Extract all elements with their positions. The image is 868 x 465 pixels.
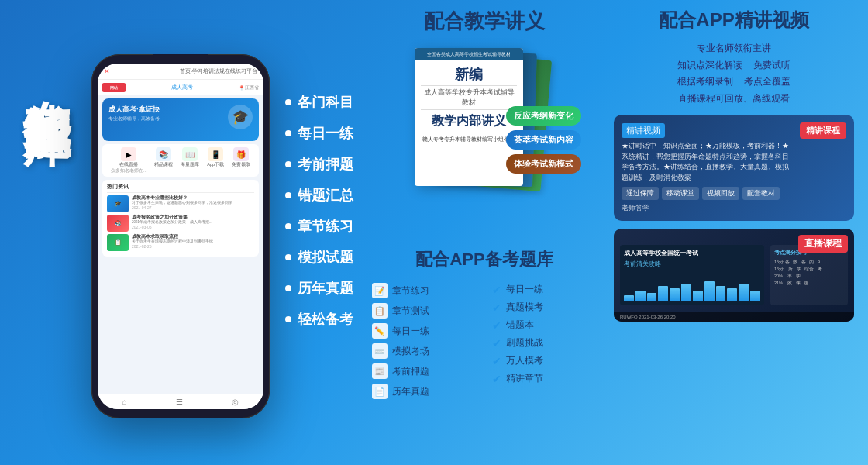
app-bank-grid: 📝 章节练习 📋 章节测试 ✏️ 每日一练 ⌨️ 模拟考场 📰 考前押题 📄 bbox=[372, 281, 597, 401]
bar-3 bbox=[647, 293, 657, 302]
app-item-push: 📰 考前押题 bbox=[372, 361, 477, 381]
live-card-title: 成人高等学校全国统一考试 bbox=[624, 249, 760, 257]
phone-topbar-title: 首页-学习培训法规在线练习平台 bbox=[180, 68, 257, 75]
video-extra: 老师答学 bbox=[622, 203, 794, 213]
bar-4 bbox=[658, 286, 668, 301]
check-icon-1: ✔ bbox=[492, 284, 501, 296]
feature-dot-4 bbox=[285, 192, 291, 198]
btn-mobile[interactable]: 移动课堂 bbox=[662, 187, 699, 200]
feature-item-8: 轻松备考 bbox=[285, 310, 353, 329]
video-card-tag: 精讲视频 bbox=[622, 123, 665, 138]
btn-replay[interactable]: 视频回放 bbox=[702, 187, 739, 200]
app-bank-left: 📝 章节练习 📋 章节测试 ✏️ 每日一练 ⌨️ 模拟考场 📰 考前押题 📄 bbox=[372, 281, 477, 401]
app-item-daily: ✏️ 每日一练 bbox=[372, 321, 477, 341]
check-icon-3: ✔ bbox=[492, 319, 501, 332]
bar-12 bbox=[750, 291, 760, 302]
phone-icons-row: ▶ 在线直播 众多知名老师在... 📚 精品课程 📖 海量题库 📱 App下载 bbox=[102, 144, 259, 177]
check-item-4: ✔ 刷题挑战 bbox=[492, 334, 597, 352]
video-badge: 精讲课程 bbox=[800, 122, 846, 139]
teaching-section: 配合教学讲义 全国各类成人高等学校招生考试辅导教材 新编 成人高等学校专升本考试… bbox=[372, 8, 597, 207]
feature-item-1: 各门科目 bbox=[285, 93, 353, 112]
courses-icon: 📚 bbox=[156, 147, 171, 161]
phone-outer: ✕ 首页-学习培训法规在线练习平台 网站 成人高考 📍 江西省 成人高考·拿证快… bbox=[91, 54, 270, 418]
check-icon-6: ✔ bbox=[492, 373, 501, 385]
btn-materials[interactable]: 配套教材 bbox=[742, 187, 780, 200]
live-info-text: 15分 各...数...各...的...9 16分 ...所...学...综合.… bbox=[774, 259, 844, 286]
check-item-6: ✔ 精讲章节 bbox=[492, 370, 597, 388]
features-list: 各门科目 每日一练 考前押题 错题汇总 章节练习 模拟试题 历年真题 轻松备考 bbox=[285, 93, 353, 341]
news-thumb-2: 📚 bbox=[107, 215, 129, 232]
phone-icon-bank: 📖 海量题库 bbox=[181, 147, 199, 174]
feature-dot-8 bbox=[285, 316, 291, 322]
app-bank-right: ✔ 每日一练 ✔ 真题模考 ✔ 错题本 ✔ 刷题挑战 ✔ 万人模考 ✔ 精讲章节 bbox=[492, 281, 597, 401]
live-bottom-bar: RUWFO 2021-03-26 20:20 bbox=[614, 312, 854, 322]
book-badges: 反应考纲新变化 荟萃考试新内容 体验考试新模式 bbox=[506, 106, 581, 174]
news-item-3: 📋 成教高本求取录取流程 关于你考生在填报志愿的过程中涉及到哪些手续 2021-… bbox=[107, 234, 254, 251]
bar-5 bbox=[670, 288, 680, 302]
live-subtitle: 考前清关攻略 bbox=[624, 260, 760, 268]
phone-banner-icon: 🎓 bbox=[228, 105, 253, 129]
bank-icon: 📖 bbox=[182, 147, 198, 161]
phone-topbar: ✕ 首页-学习培训法规在线练习平台 bbox=[98, 64, 264, 80]
push-icon: 📰 bbox=[372, 363, 388, 379]
chapter-icon: 📝 bbox=[372, 283, 388, 298]
phone-mockup: ✕ 首页-学习培训法规在线练习平台 网站 成人高考 📍 江西省 成人高考·拿证快… bbox=[91, 23, 270, 442]
phone-location: 📍 江西省 bbox=[239, 84, 259, 91]
close-icon: ✕ bbox=[104, 67, 110, 75]
video-card-right: 精讲课程 bbox=[800, 122, 846, 213]
live-icon: ▶ bbox=[121, 147, 136, 161]
phone-banner: 成人高考·拿证快 专业名师辅导，高效备考 🎓 bbox=[102, 98, 259, 141]
history-icon: 📄 bbox=[372, 384, 388, 399]
right-features: 专业名师领衔主讲 知识点深化解读 免费试听 根据考纲录制 考点全覆盖 直播课程可… bbox=[614, 40, 854, 107]
check-item-1: ✔ 每日一练 bbox=[492, 281, 597, 298]
user-bottom-icon: ◎ bbox=[232, 398, 239, 406]
live-card: 成人高等学校全国统一考试 考前清关攻略 bbox=[614, 229, 854, 322]
home-bottom-icon: ⌂ bbox=[122, 398, 127, 406]
hero-title: 在线智能题库 bbox=[22, 62, 72, 81]
mock-icon: ⌨️ bbox=[372, 343, 388, 359]
phone-nav-text: 成人高考 bbox=[171, 84, 193, 91]
live-chart bbox=[624, 270, 760, 301]
check-icon-2: ✔ bbox=[492, 301, 501, 314]
feature-dot-1 bbox=[285, 99, 291, 105]
phone-logo: 网站 bbox=[102, 83, 126, 92]
right-section: 配合APP精讲视频 专业名师领衔主讲 知识点深化解读 免费试听 根据考纲录制 考… bbox=[614, 8, 854, 322]
right-title: 配合APP精讲视频 bbox=[614, 8, 854, 33]
feature-item-3: 考前押题 bbox=[285, 155, 353, 174]
badge-green: 反应考纲新变化 bbox=[506, 106, 581, 126]
video-card-left: 精讲视频 ★讲时话中，知识点全面；★万能模板，考前利器！★系统精讲，帮您把握历年… bbox=[622, 122, 794, 213]
feature-item-7: 历年真题 bbox=[285, 279, 353, 298]
badge-blue: 荟萃考试新内容 bbox=[506, 130, 581, 150]
feature-dot-2 bbox=[285, 130, 291, 136]
phone-icon-live: ▶ 在线直播 众多知名老师在... bbox=[111, 147, 147, 174]
phone-news: 热门资讯 🎓 成教高本专业哪些比较好？ 对于很多考生来说，这道题恶心到很多同学，… bbox=[102, 180, 259, 257]
news-thumb-3: 📋 bbox=[107, 234, 129, 251]
btn-guarantee[interactable]: 通过保障 bbox=[622, 187, 659, 200]
news-item-2: 📚 成考报名政策之加分政策集 2021年成考报名政策之加分政策，成人高考报...… bbox=[107, 215, 254, 232]
teaching-title: 配合教学讲义 bbox=[372, 8, 597, 35]
news-item-1: 🎓 成教高本专业哪些比较好？ 对于很多考生来说，这道题恶心到很多同学，沿途很多同… bbox=[107, 195, 254, 212]
app-item-history: 📄 历年真题 bbox=[372, 381, 477, 401]
feature-item-4: 错题汇总 bbox=[285, 186, 353, 205]
check-icon-4: ✔ bbox=[492, 337, 501, 350]
bar-7 bbox=[693, 291, 703, 302]
app-item-chapter: 📝 章节练习 bbox=[372, 281, 477, 301]
list-bottom-icon: ☰ bbox=[176, 398, 183, 406]
app-bank-section: 配合APP备考题库 📝 章节练习 📋 章节测试 ✏️ 每日一练 ⌨️ 模拟考场 … bbox=[372, 248, 597, 401]
video-card: 精讲视频 ★讲时话中，知识点全面；★万能模板，考前利器！★系统精讲，帮您把握历年… bbox=[614, 115, 854, 221]
bar-8 bbox=[704, 281, 715, 301]
live-info: 考点满分技巧 15分 各...数...各...的...9 16分 ...所...… bbox=[770, 245, 848, 305]
check-icon-5: ✔ bbox=[492, 355, 501, 367]
bar-6 bbox=[681, 284, 691, 301]
gift-icon: 🎁 bbox=[233, 147, 249, 161]
feature-dot-6 bbox=[285, 254, 291, 260]
phone-notch bbox=[153, 54, 208, 64]
video-card-content: ★讲时话中，知识点全面；★万能模板，考前利器！★系统精讲，帮您把握历年命题特点和… bbox=[622, 141, 794, 183]
daily-icon: ✏️ bbox=[372, 323, 388, 339]
app-item-mock: ⌨️ 模拟考场 bbox=[372, 341, 477, 361]
app-item-test: 📋 章节测试 bbox=[372, 301, 477, 321]
app-bank-title: 配合APP备考题库 bbox=[372, 248, 597, 271]
bar-2 bbox=[636, 291, 646, 302]
check-item-3: ✔ 错题本 bbox=[492, 316, 597, 334]
phone-icon-courses: 📚 精品课程 bbox=[154, 147, 173, 174]
